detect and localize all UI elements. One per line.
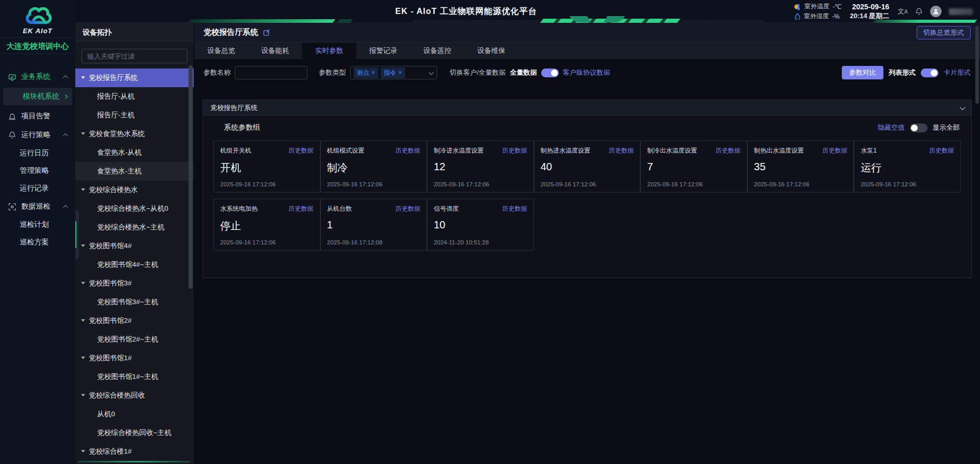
param-cards-grid: 机组开关机历史数据 开机 2025-09-16 17:12:06 机组模式设置历… [213, 141, 961, 251]
sidebar-item-manage-strategy[interactable]: 管理策略 [0, 162, 75, 180]
header-deco-dashed-line [414, 21, 541, 21]
thermometer-icon [794, 3, 801, 10]
history-data-link[interactable]: 历史数据 [929, 146, 954, 155]
param-card[interactable]: 机组模式设置历史数据 制冷 2025-09-16 17:12:06 [320, 141, 427, 193]
tag-remove-icon[interactable]: × [398, 69, 402, 76]
sidebar-item-module-unit-system[interactable]: 模块机系统 [3, 88, 72, 105]
sidebar-item-run-records[interactable]: 运行记录 [0, 180, 75, 197]
param-card[interactable]: 制冷出水温度设置历史数据 7 2025-09-16 17:12:06 [640, 141, 747, 193]
language-switch-icon[interactable]: 文A [897, 7, 908, 16]
history-data-link[interactable]: 历史数据 [395, 146, 420, 155]
param-card[interactable]: 水系统电加热历史数据 停止 2025-09-16 17:12:06 [213, 199, 320, 251]
tree-node[interactable]: 报告厅-从机 [75, 87, 194, 106]
tree-node[interactable]: 食堂热水-从机 [75, 143, 194, 162]
tab-device-overview[interactable]: 设备总览 [194, 43, 248, 59]
history-data-link[interactable]: 历史数据 [502, 146, 527, 155]
history-data-link[interactable]: 历史数据 [395, 204, 420, 213]
param-card[interactable]: 水泵1历史数据 运行 2025-09-16 17:12:06 [854, 141, 961, 193]
tree-node[interactable]: 党校图书馆1#~主机 [75, 367, 194, 386]
droplet-icon [794, 13, 801, 20]
tree-node[interactable]: 党校图书馆3# [75, 274, 194, 293]
collapse-caret-icon [63, 133, 68, 138]
tree-node[interactable]: 报告厅-主机 [75, 106, 194, 125]
caret-down-icon[interactable] [81, 244, 85, 247]
tree-node[interactable]: 党校综合楼热水~主机 [75, 218, 194, 237]
sidebar-item-data-inspection[interactable]: 数据巡检 [0, 197, 75, 216]
caret-down-icon[interactable] [81, 76, 85, 79]
tree-node[interactable]: 食堂热水-主机 [75, 162, 194, 181]
bell-icon[interactable] [915, 8, 923, 16]
tree-node[interactable]: 党校综合楼热回收 [75, 386, 194, 405]
param-card[interactable]: 信号强度历史数据 10 2024-11-20 10:51:28 [427, 199, 534, 251]
device-tree: 党校报告厅系统 报告厅-从机 报告厅-主机 党校食堂热水系统 食堂热水-从机 食… [75, 69, 194, 461]
caret-down-icon[interactable] [81, 319, 85, 322]
caret-down-icon[interactable] [81, 282, 85, 284]
user-avatar[interactable] [930, 6, 942, 17]
sidebar-item-inspection-plan[interactable]: 巡检计划 [0, 216, 75, 234]
hide-empty-toggle[interactable] [910, 124, 928, 132]
tree-node[interactable]: 党校图书馆3#~主机 [75, 293, 194, 311]
org-name: 大连党校培训中心 [0, 37, 75, 54]
outdoor-temperature-row: 室外温度 -℃ [794, 2, 841, 11]
tab-realtime-params[interactable]: 实时参数 [302, 43, 356, 59]
sidebar-item-run-strategy[interactable]: 运行策略 [0, 126, 75, 144]
history-data-link[interactable]: 历史数据 [289, 204, 314, 213]
tree-node[interactable]: 党校图书馆4# [75, 237, 194, 255]
param-card[interactable]: 制热进水温度设置历史数据 40 2025-09-16 17:12:06 [534, 141, 641, 193]
caret-down-icon[interactable] [81, 132, 85, 135]
main-scrollbar[interactable] [975, 26, 979, 104]
system-panel-header[interactable]: 党校报告厅系统 [203, 100, 971, 116]
toggle-knob [551, 70, 558, 76]
caret-down-icon[interactable] [81, 450, 85, 453]
sidebar-item-run-calendar[interactable]: 运行日历 [0, 144, 75, 162]
history-data-link[interactable]: 历史数据 [502, 204, 527, 213]
param-name-label: 参数名称 [204, 68, 231, 77]
tree-node[interactable]: 党校综合楼热回收~主机 [75, 424, 194, 442]
sidebar-item-business-system[interactable]: 业务系统 [0, 67, 75, 86]
edit-icon[interactable] [263, 29, 270, 36]
card-mode-label: 卡片形式 [944, 68, 971, 77]
sidebar-item-project-alarm[interactable]: 项目告警 [0, 107, 75, 126]
param-card[interactable]: 机组开关机历史数据 开机 2025-09-16 17:12:06 [213, 141, 320, 193]
param-card[interactable]: 制冷进水温度设置历史数据 12 2025-09-16 17:12:06 [427, 141, 534, 193]
history-data-link[interactable]: 历史数据 [609, 146, 634, 155]
tree-node[interactable]: 党校食堂热水系统 [75, 125, 194, 143]
history-data-link[interactable]: 历史数据 [289, 146, 314, 155]
caret-down-icon[interactable] [81, 357, 85, 359]
user-name-redacted[interactable] [949, 8, 973, 15]
toggle-knob [931, 70, 937, 76]
tree-horizontal-scrollbar[interactable] [77, 461, 191, 462]
param-compare-button[interactable]: 参数对比 [842, 66, 883, 79]
tree-node[interactable]: 从机0 [75, 405, 194, 424]
tree-node[interactable]: 党校图书馆1# [75, 349, 194, 367]
datetime-widget: 2025-09-16 20:14 星期二 [850, 3, 889, 20]
switch-scope-label: 切换客户/全量数据 [450, 68, 506, 77]
tab-alarm-records[interactable]: 报警记录 [356, 43, 410, 59]
tab-device-remote-control[interactable]: 设备遥控 [410, 43, 464, 59]
param-name-input[interactable] [235, 66, 307, 79]
caret-down-icon[interactable] [81, 394, 85, 397]
param-card[interactable]: 从机台数历史数据 1 2025-09-16 17:12:08 [320, 199, 427, 251]
tree-node[interactable]: 党校综合楼1# [75, 442, 194, 461]
outdoor-humidity-label: 室外湿度 [804, 12, 829, 21]
sidebar-item-inspection-scheme[interactable]: 巡检方案 [0, 234, 75, 251]
tree-node[interactable]: 党校综合楼热水~从机0 [75, 199, 194, 218]
tree-search-input[interactable] [82, 49, 187, 63]
tree-node[interactable]: 党校图书馆2#~主机 [75, 330, 194, 349]
tab-device-maintenance[interactable]: 设备维保 [464, 43, 518, 59]
view-mode-toggle[interactable] [921, 69, 938, 77]
tree-scrollbar[interactable] [189, 65, 193, 289]
switch-overview-mode-button[interactable]: 切换总览形式 [917, 26, 971, 39]
caret-down-icon[interactable] [81, 188, 85, 191]
tree-node[interactable]: 党校报告厅系统 [75, 69, 194, 87]
tag-remove-icon[interactable]: × [371, 69, 375, 76]
tree-node[interactable]: 党校图书馆4#~主机 [75, 255, 194, 274]
tab-device-energy[interactable]: 设备能耗 [248, 43, 302, 59]
history-data-link[interactable]: 历史数据 [822, 146, 847, 155]
param-type-select[interactable]: 测点× 指令× [350, 66, 437, 79]
history-data-link[interactable]: 历史数据 [716, 146, 741, 155]
param-card[interactable]: 制热出水温度设置历史数据 35 2025-09-16 17:12:06 [747, 141, 854, 193]
full-data-toggle[interactable] [541, 69, 559, 77]
tree-node[interactable]: 党校综合楼热水 [75, 181, 194, 199]
tree-node[interactable]: 党校图书馆2# [75, 311, 194, 330]
